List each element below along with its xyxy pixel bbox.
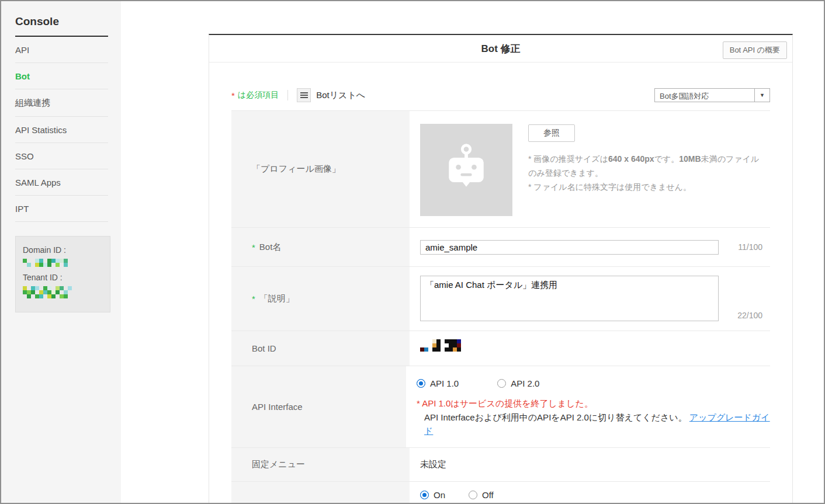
on-radio[interactable] <box>420 491 429 499</box>
page-title: Bot 修正 <box>481 42 520 55</box>
sidebar-title: Console <box>15 15 108 37</box>
browse-button[interactable]: 参照 <box>528 124 575 142</box>
description-counter: 22/100 <box>737 311 762 320</box>
api-2-0-radio[interactable] <box>497 379 506 388</box>
description-label: 「説明」 <box>259 293 294 304</box>
bot-name-required-asterisk: * <box>252 242 255 252</box>
on-radio-label[interactable]: On <box>434 490 445 500</box>
console-window: Console API Bot 組織連携 API Statistics SSO … <box>0 0 825 504</box>
required-asterisk: * <box>231 91 235 100</box>
profile-image-label: 「プロフィール画像」 <box>231 111 410 227</box>
fixed-menu-label: 固定メニュー <box>231 448 410 481</box>
domain-tenant-box: Domain ID : Tenant ID : <box>15 236 110 312</box>
bot-edit-form: 「プロフィール画像」 参照 <box>231 110 770 504</box>
vertical-divider <box>287 90 288 100</box>
sidebar: Console API Bot 組織連携 API Statistics SSO … <box>1 1 121 503</box>
image-note-size: * 画像の推奨サイズは640 x 640pxです。10MB未満のファイルのみ登録… <box>528 152 765 180</box>
description-row: * 「説明」 「amie AI Chat ポータル」連携用 22/100 <box>231 267 770 331</box>
bot-list-icon[interactable] <box>297 88 311 102</box>
fixed-menu-row: 固定メニュー 未設定 <box>231 448 770 482</box>
description-required-asterisk: * <box>252 294 255 304</box>
toggle-row: On Off <box>231 482 770 504</box>
off-radio[interactable] <box>469 491 477 499</box>
bot-id-row: Bot ID <box>231 331 770 366</box>
sidebar-item-sso[interactable]: SSO <box>15 143 108 169</box>
toggle-label-empty <box>231 482 410 504</box>
tenant-id-redacted <box>23 286 103 298</box>
required-note: は必須項目 <box>238 90 279 100</box>
sidebar-item-bot[interactable]: Bot <box>15 63 108 89</box>
api-interface-row: API Interface API 1.0 API 2.0 * API 1.0は… <box>231 366 770 448</box>
bot-edit-panel: Bot 修正 Bot API の概要 * は必須項目 Botリストへ Bot多国… <box>209 34 793 504</box>
sidebar-item-ipt[interactable]: IPT <box>15 196 108 222</box>
bot-name-input[interactable] <box>420 240 719 255</box>
image-note-filename: * ファイル名に特殊文字は使用できません。 <box>528 180 765 194</box>
fixed-menu-value: 未設定 <box>420 459 446 470</box>
description-textarea[interactable]: 「amie AI Chat ポータル」連携用 <box>420 276 719 321</box>
api-interface-label: API Interface <box>231 366 406 447</box>
off-radio-label[interactable]: Off <box>482 490 494 500</box>
sidebar-item-org-link[interactable]: 組織連携 <box>15 89 108 117</box>
robot-placeholder-icon <box>438 142 494 198</box>
sidebar-item-api-statistics[interactable]: API Statistics <box>15 117 108 143</box>
chevron-down-icon[interactable]: ▼ <box>754 89 769 102</box>
bot-id-label: Bot ID <box>231 331 410 366</box>
bot-api-overview-button[interactable]: Bot API の概要 <box>723 41 787 59</box>
bot-list-link[interactable]: Botリストへ <box>316 90 365 101</box>
panel-header: Bot 修正 Bot API の概要 <box>209 35 792 62</box>
sidebar-item-saml-apps[interactable]: SAML Apps <box>15 169 108 196</box>
api-upgrade-instruction: API Interfaceおよび利用中のAPIをAPI 2.0に切り替えてくださ… <box>424 411 770 437</box>
api-1-0-radio-label[interactable]: API 1.0 <box>430 378 459 388</box>
bot-name-counter: 11/100 <box>738 242 762 252</box>
bot-name-row: * Bot名 11/100 <box>231 228 770 267</box>
tenant-id-label: Tenant ID : <box>23 273 103 282</box>
image-notes: * 画像の推奨サイズは640 x 640pxです。10MB未満のファイルのみ登録… <box>528 152 765 194</box>
bot-name-label: Bot名 <box>259 242 282 253</box>
profile-image-placeholder <box>420 124 512 216</box>
api-deprecation-warning: * API 1.0はサービスの提供を終了しました。 <box>417 398 770 409</box>
api-2-0-radio-label[interactable]: API 2.0 <box>511 378 539 388</box>
bot-id-redacted <box>420 339 461 352</box>
bot-multilanguage-dropdown[interactable]: Bot多国語対応 ▼ <box>654 88 770 102</box>
api-1-0-radio[interactable] <box>417 379 425 388</box>
profile-image-row: 「プロフィール画像」 参照 <box>231 111 770 228</box>
domain-id-label: Domain ID : <box>23 245 103 255</box>
domain-id-redacted <box>23 259 103 267</box>
dropdown-selected-value: Bot多国語対応 <box>655 89 754 102</box>
toolbar: * は必須項目 Botリストへ Bot多国語対応 ▼ <box>231 88 770 102</box>
sidebar-item-api[interactable]: API <box>15 37 108 63</box>
